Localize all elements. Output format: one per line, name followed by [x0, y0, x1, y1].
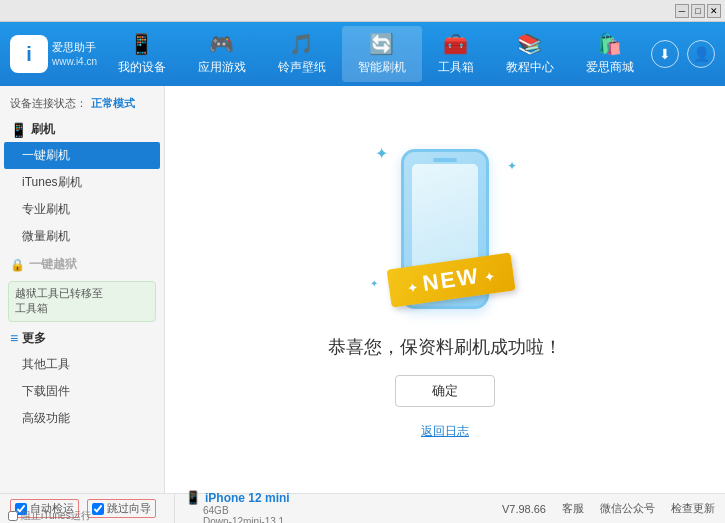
- nav-ringtones[interactable]: 🎵 铃声壁纸: [262, 26, 342, 82]
- check-update-link[interactable]: 检查更新: [671, 501, 715, 516]
- main-layout: 设备连接状态： 正常模式 📱 刷机 一键刷机 iTunes刷机 专业刷机 微量刷…: [0, 86, 725, 493]
- sidebar-section-more: ≡ 更多 其他工具 下载固件 高级功能: [0, 326, 164, 432]
- sidebar-item-itunes-flash[interactable]: iTunes刷机: [0, 169, 164, 196]
- sidebar-section-flash: 📱 刷机 一键刷机 iTunes刷机 专业刷机 微量刷机: [0, 117, 164, 250]
- nav-apps-games[interactable]: 🎮 应用游戏: [182, 26, 262, 82]
- header-right: ⬇ 👤: [651, 40, 715, 68]
- lock-icon: 🔒: [10, 258, 25, 272]
- status-label: 设备连接状态：: [10, 96, 87, 111]
- success-area: ✦ ✦ ✦ NEW 恭喜您，保资料刷机成功啦！ 确定 返回日志: [328, 139, 562, 440]
- device-storage: 64GB: [185, 505, 290, 516]
- nav-tutorials[interactable]: 📚 教程中心: [490, 26, 570, 82]
- section-jailbreak-title: 🔒 一键越狱: [0, 252, 164, 277]
- back-link[interactable]: 返回日志: [421, 423, 469, 440]
- window-controls[interactable]: ─ □ ✕: [675, 4, 721, 18]
- sidebar-item-pro-flash[interactable]: 专业刷机: [0, 196, 164, 223]
- user-button[interactable]: 👤: [687, 40, 715, 68]
- itunes-checkbox[interactable]: [8, 511, 18, 521]
- status-value: 正常模式: [91, 96, 135, 111]
- jailbreak-notice: 越狱工具已转移至 工具箱: [8, 281, 156, 322]
- confirm-button[interactable]: 确定: [395, 375, 495, 407]
- maximize-button[interactable]: □: [691, 4, 705, 18]
- toolbox-label: 工具箱: [438, 59, 474, 76]
- nav-items: 📱 我的设备 🎮 应用游戏 🎵 铃声壁纸 🔄 智能刷机 🧰 工具箱 📚 教程中心…: [100, 26, 651, 82]
- my-device-icon: 📱: [129, 32, 154, 56]
- logo-url: www.i4.cn: [52, 55, 97, 68]
- mall-icon: 🛍️: [597, 32, 622, 56]
- bottom-bar: 自动检运 跳过向导 📱 iPhone 12 mini 64GB Down-12m…: [0, 493, 725, 523]
- customer-service-link[interactable]: 客服: [562, 501, 584, 516]
- nav-my-device[interactable]: 📱 我的设备: [102, 26, 182, 82]
- bottom-right: V7.98.66 客服 微信公众号 检查更新: [502, 501, 715, 516]
- version-text: V7.98.66: [502, 503, 546, 515]
- wechat-link[interactable]: 微信公众号: [600, 501, 655, 516]
- tutorials-icon: 📚: [517, 32, 542, 56]
- sidebar-item-download-firmware[interactable]: 下载固件: [0, 378, 164, 405]
- itunes-label: 阻止iTunes运行: [21, 509, 91, 523]
- status-bar: 设备连接状态： 正常模式: [0, 92, 164, 117]
- header: i 爱思助手 www.i4.cn 📱 我的设备 🎮 应用游戏 🎵 铃声壁纸 🔄 …: [0, 22, 725, 86]
- mall-label: 爱思商城: [586, 59, 634, 76]
- sidebar-section-jailbreak: 🔒 一键越狱 越狱工具已转移至 工具箱: [0, 252, 164, 322]
- sidebar-item-advanced[interactable]: 高级功能: [0, 405, 164, 432]
- section-more-title: ≡ 更多: [0, 326, 164, 351]
- nav-mall[interactable]: 🛍️ 爱思商城: [570, 26, 650, 82]
- sidebar-item-one-key-flash[interactable]: 一键刷机: [4, 142, 160, 169]
- minimize-button[interactable]: ─: [675, 4, 689, 18]
- title-bar: ─ □ ✕: [0, 0, 725, 22]
- close-button[interactable]: ✕: [707, 4, 721, 18]
- logo-icon: i: [10, 35, 48, 73]
- device-name: iPhone 12 mini: [205, 491, 290, 505]
- sidebar-item-save-flash[interactable]: 微量刷机: [0, 223, 164, 250]
- success-text: 恭喜您，保资料刷机成功啦！: [328, 335, 562, 359]
- phone-small-icon: 📱: [185, 490, 201, 505]
- more-section-icon: ≡: [10, 330, 18, 346]
- skip-wizard-label: 跳过向导: [107, 501, 151, 516]
- logo-name: 爱思助手: [52, 40, 97, 54]
- sparkle-icon-1: ✦: [375, 144, 388, 163]
- phone-speaker: [433, 158, 457, 162]
- logo-text: 爱思助手 www.i4.cn: [52, 40, 97, 67]
- download-button[interactable]: ⬇: [651, 40, 679, 68]
- nav-smart-flash[interactable]: 🔄 智能刷机: [342, 26, 422, 82]
- toolbox-icon: 🧰: [443, 32, 468, 56]
- sidebar-item-other-tools[interactable]: 其他工具: [0, 351, 164, 378]
- section-flash-title: 📱 刷机: [0, 117, 164, 142]
- sparkle-icon-2: ✦: [507, 159, 517, 173]
- my-device-label: 我的设备: [118, 59, 166, 76]
- more-title-text: 更多: [22, 330, 46, 347]
- itunes-bar: 阻止iTunes运行: [0, 509, 99, 523]
- apps-games-label: 应用游戏: [198, 59, 246, 76]
- nav-toolbox[interactable]: 🧰 工具箱: [422, 26, 490, 82]
- sparkle-icon-3: ✦: [370, 278, 378, 289]
- device-info: 📱 iPhone 12 mini 64GB Down-12mini-13,1: [175, 490, 300, 523]
- flash-title-text: 刷机: [31, 121, 55, 138]
- content-area: ✦ ✦ ✦ NEW 恭喜您，保资料刷机成功啦！ 确定 返回日志: [165, 86, 725, 493]
- phone-illustration: ✦ ✦ ✦ NEW: [365, 139, 525, 319]
- sidebar: 设备连接状态： 正常模式 📱 刷机 一键刷机 iTunes刷机 专业刷机 微量刷…: [0, 86, 165, 493]
- smart-flash-icon: 🔄: [369, 32, 394, 56]
- jailbreak-title-text: 一键越狱: [29, 256, 77, 273]
- apps-games-icon: 🎮: [209, 32, 234, 56]
- device-version: Down-12mini-13,1: [185, 516, 290, 523]
- smart-flash-label: 智能刷机: [358, 59, 406, 76]
- flash-section-icon: 📱: [10, 122, 27, 138]
- tutorials-label: 教程中心: [506, 59, 554, 76]
- logo-area: i 爱思助手 www.i4.cn: [10, 35, 100, 73]
- ringtones-icon: 🎵: [289, 32, 314, 56]
- ringtones-label: 铃声壁纸: [278, 59, 326, 76]
